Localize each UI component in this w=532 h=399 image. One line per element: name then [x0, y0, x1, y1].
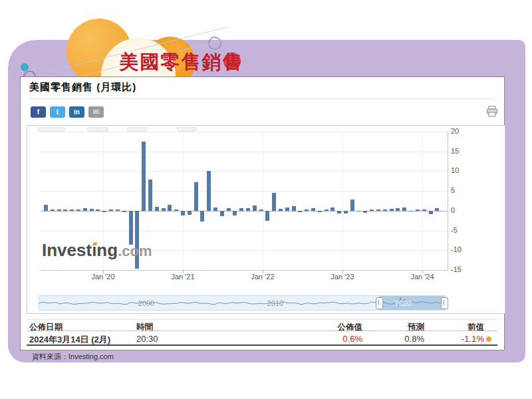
bar-2024-02[interactable] — [435, 208, 439, 211]
bar-2023-01[interactable] — [350, 200, 354, 211]
gridline — [41, 191, 448, 192]
bar-2019-05[interactable] — [63, 209, 67, 211]
bar-2021-10[interactable] — [253, 205, 257, 211]
gridline — [41, 132, 448, 132]
bar-2019-02[interactable] — [44, 205, 48, 211]
bar-2021-09[interactable] — [246, 208, 250, 211]
bar-2022-05[interactable] — [298, 211, 302, 212]
time-cell: 20:30 — [136, 334, 158, 344]
bar-2020-01[interactable] — [116, 209, 120, 211]
y-axis-line — [448, 132, 448, 270]
navigator-decade-label: 2010 — [255, 299, 295, 307]
facebook-share-button[interactable]: f — [31, 106, 46, 118]
x-tick-label: Jan '20 — [82, 273, 124, 281]
col-header-release-date: 公佈日期 — [29, 322, 63, 333]
navigator-decade-label: 2020 — [383, 299, 423, 307]
chart-title: 美國零售銷售 (月環比) — [29, 81, 136, 94]
bar-2021-03[interactable] — [207, 171, 211, 211]
bar-2022-01[interactable] — [272, 193, 276, 211]
twitter-share-button[interactable]: t — [50, 106, 65, 118]
gridline — [41, 231, 448, 231]
bar-2020-08[interactable] — [162, 208, 166, 211]
bar-2021-04[interactable] — [213, 207, 217, 211]
bar-2019-08[interactable] — [83, 208, 87, 211]
forecast-value-cell: 0.8% — [372, 334, 424, 344]
bar-2020-11[interactable] — [181, 211, 185, 215]
bar-2021-12[interactable] — [265, 211, 269, 221]
bar-2019-10[interactable] — [96, 209, 100, 211]
bar-2019-11[interactable] — [102, 211, 106, 212]
bar-2022-10[interactable] — [331, 207, 334, 211]
year-gridline — [342, 132, 343, 270]
col-header-previous: 前值 — [439, 322, 484, 333]
y-tick-label: 10 — [451, 166, 473, 174]
bar-2022-09[interactable] — [325, 209, 329, 211]
bar-2024-01[interactable] — [429, 211, 433, 214]
navigator-right-handle[interactable] — [441, 297, 448, 309]
year-gridline — [422, 132, 423, 270]
bar-2020-07[interactable] — [155, 207, 159, 211]
y-tick-label: 15 — [451, 147, 473, 155]
bar-2022-06[interactable] — [305, 209, 309, 211]
bar-2021-02[interactable] — [200, 211, 204, 222]
previous-value-cell: -1.1% — [439, 334, 484, 344]
bar-2020-05[interactable] — [142, 142, 146, 211]
bar-2022-07[interactable] — [311, 208, 315, 211]
bar-2022-03[interactable] — [285, 207, 289, 211]
bar-2023-10[interactable] — [409, 211, 413, 212]
bar-2023-06[interactable] — [383, 209, 387, 211]
bar-2019-12[interactable] — [109, 209, 113, 211]
actual-value-cell: 0.6% — [296, 334, 362, 344]
bar-2023-08[interactable] — [396, 208, 400, 211]
email-share-button[interactable]: ✉ — [88, 106, 104, 118]
revision-dot-icon — [486, 336, 491, 342]
col-header-actual: 公佈值 — [296, 322, 362, 333]
bar-2022-08[interactable] — [318, 211, 322, 212]
bar-2021-01[interactable] — [194, 182, 198, 211]
bar-2019-09[interactable] — [90, 209, 94, 211]
bar-2022-04[interactable] — [292, 206, 296, 211]
bar-2021-05[interactable] — [220, 211, 224, 216]
bar-2021-07[interactable] — [233, 211, 237, 215]
logo-teal-dot — [21, 63, 29, 71]
bar-2019-07[interactable] — [76, 209, 80, 211]
bar-2019-03[interactable] — [51, 209, 55, 211]
navigator-left-handle[interactable] — [376, 297, 383, 309]
source-label: 資料來源：Investing.com — [32, 352, 114, 362]
bar-2023-05[interactable] — [376, 209, 380, 211]
zero-gridline — [41, 211, 448, 211]
bar-2022-12[interactable] — [344, 211, 348, 213]
bar-2023-07[interactable] — [390, 209, 394, 211]
bar-2023-12[interactable] — [422, 209, 426, 211]
page-title: 美國零售銷售 — [116, 49, 246, 76]
time-navigator[interactable]: 200020102020 — [39, 295, 446, 311]
y-tick-label: -10 — [451, 245, 473, 253]
x-tick-label: Jan '22 — [241, 273, 284, 281]
bar-2019-06[interactable] — [70, 209, 74, 211]
bar-2023-02[interactable] — [357, 211, 361, 212]
page: 美國零售銷售 美國零售銷售 (月環比) f t in ✉ 20151050-5-… — [0, 0, 532, 399]
print-icon[interactable] — [486, 106, 498, 118]
bar-2023-04[interactable] — [370, 209, 374, 211]
chart-toolbar-pill — [177, 127, 197, 132]
linkedin-share-button[interactable]: in — [69, 106, 84, 118]
bar-2022-02[interactable] — [279, 209, 283, 211]
bar-2023-09[interactable] — [402, 207, 406, 211]
bar-2021-06[interactable] — [227, 208, 231, 211]
bar-2020-09[interactable] — [168, 205, 172, 211]
chart-toolbar-pill — [87, 127, 108, 132]
bar-2021-08[interactable] — [239, 208, 243, 211]
col-header-forecast: 預測 — [372, 322, 424, 333]
gridline — [41, 171, 448, 172]
bar-2020-10[interactable] — [174, 209, 178, 211]
bar-2022-11[interactable] — [337, 211, 341, 213]
bar-2023-11[interactable] — [416, 209, 420, 211]
bar-2023-03[interactable] — [363, 211, 367, 213]
bar-2021-11[interactable] — [259, 209, 263, 211]
bar-2020-02[interactable] — [122, 211, 126, 212]
bar-2020-06[interactable] — [148, 180, 152, 211]
bar-2019-04[interactable] — [57, 209, 61, 211]
watermark-orange-dot — [94, 242, 97, 245]
chart-container: 20151050-5-10-15Jan '20Jan '21Jan '22Jan… — [27, 125, 505, 314]
bar-2020-12[interactable] — [188, 211, 192, 215]
